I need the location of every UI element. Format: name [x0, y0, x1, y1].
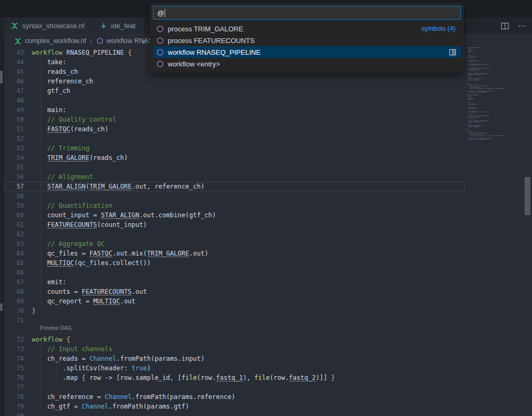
line-number[interactable]: 68: [4, 287, 32, 296]
code-line[interactable]: 67 emit:: [4, 277, 465, 287]
code-text: ch_reads = Channel.fromPath(params.input…: [32, 354, 204, 363]
quick-pick-item[interactable]: workflow RNASEQ_PIPELINE: [153, 46, 461, 58]
line-number[interactable]: 45: [4, 67, 32, 77]
line-number[interactable]: 70: [4, 306, 32, 316]
code-line[interactable]: 48: [4, 96, 465, 105]
line-number[interactable]: 73: [4, 344, 32, 354]
code-line[interactable]: 65 MULTIQC(qc_files.collect()): [4, 258, 465, 268]
code-line[interactable]: 49 main:: [4, 105, 465, 115]
minimap[interactable]: workflow RNASEQ_PIPELINE { take: reads_c…: [466, 47, 521, 190]
code-line[interactable]: 46 reference_ch: [4, 77, 465, 86]
code-line[interactable]: 52: [4, 134, 465, 143]
code-line[interactable]: 79 ch_gtf = Channel.fromPath(params.gtf): [4, 402, 465, 411]
code-line[interactable]: 70}: [4, 306, 465, 316]
line-number[interactable]: 61: [4, 220, 32, 230]
code-line[interactable]: 56 // Alignment: [4, 172, 465, 182]
code-line[interactable]: 61 FEATURECOUNTS(count_input): [4, 220, 465, 230]
code-line[interactable]: 77: [4, 383, 465, 392]
line-number[interactable]: 58: [4, 191, 32, 201]
open-to-side-icon[interactable]: [449, 48, 458, 56]
code-line[interactable]: 73 // Input channels: [4, 344, 465, 354]
tab-ide-features[interactable]: ide_feat: [93, 18, 144, 34]
line-number[interactable]: 79: [4, 402, 32, 411]
code-line[interactable]: 68 counts = FEATURECOUNTS.out: [4, 287, 465, 296]
quick-open-input[interactable]: @: [153, 6, 461, 20]
line-number[interactable]: 52: [4, 134, 32, 143]
breadcrumb-file[interactable]: complex_workflow.nf: [25, 37, 86, 45]
line-number[interactable]: 69: [4, 296, 32, 306]
line-number[interactable]: 72: [4, 335, 32, 344]
line-number[interactable]: 71: [4, 316, 32, 325]
line-number[interactable]: 49: [4, 105, 32, 115]
code-line[interactable]: 75 .splitCsv(header: true): [4, 363, 465, 373]
code-text: .splitCsv(header: true): [32, 363, 151, 373]
code-line[interactable]: 62: [4, 230, 465, 239]
line-number[interactable]: 64: [4, 249, 32, 258]
code-line[interactable]: 74 ch_reads = Channel.fromPath(params.in…: [4, 354, 465, 363]
line-number[interactable]: 67: [4, 277, 32, 287]
line-number[interactable]: 60: [4, 210, 32, 220]
code-line[interactable]: 58: [4, 191, 465, 201]
line-number[interactable]: 76: [4, 373, 32, 383]
line-number[interactable]: 47: [4, 86, 32, 96]
quick-pick-item[interactable]: process FEATURECOUNTS: [153, 35, 461, 46]
code-line[interactable]: 55: [4, 163, 465, 172]
line-number[interactable]: 59: [4, 201, 32, 210]
code-line[interactable]: 64 qc_files = FASTQC.out.mix(TRIM_GALORE…: [4, 249, 465, 258]
line-number[interactable]: 50: [4, 115, 32, 124]
codelens-link[interactable]: Preview DAG: [4, 325, 465, 335]
line-number[interactable]: 77: [4, 383, 32, 392]
code-text: qc_files = FASTQC.out.mix(TRIM_GALORE.ou…: [32, 249, 208, 258]
line-number[interactable]: 56: [4, 172, 32, 182]
code-line[interactable]: 69 qc_report = MULTIQC.out: [4, 296, 465, 306]
code-line[interactable]: 72workflow {: [4, 335, 465, 344]
code-line[interactable]: 71: [4, 316, 465, 325]
code-line[interactable]: 57 STAR_ALIGN(TRIM_GALORE.out, reference…: [4, 182, 465, 191]
quick-pick-item[interactable]: process TRIM_GALOREsymbols (4): [153, 23, 461, 35]
scrollbar[interactable]: [525, 177, 530, 215]
line-number[interactable]: 63: [4, 239, 32, 249]
line-number[interactable]: 62: [4, 230, 32, 239]
code-text: ch_gtf = Channel.fromPath(params.gtf): [32, 402, 189, 411]
line-number[interactable]: 66: [4, 268, 32, 277]
code-line[interactable]: 60 count_input = STAR_ALIGN.out.combine(…: [4, 210, 465, 220]
line-number[interactable]: 57: [4, 182, 32, 191]
more-actions-icon[interactable]: ⋯: [518, 21, 527, 31]
line-number[interactable]: 78: [4, 392, 32, 402]
line-number[interactable]: 80: [4, 411, 32, 416]
line-number[interactable]: 43: [4, 48, 32, 57]
tab-close-icon[interactable]: [141, 37, 148, 47]
tab-label: syntax_showcase.nf: [22, 22, 84, 30]
line-number[interactable]: 65: [4, 258, 32, 268]
code-line[interactable]: 76 .map { row -> [row.sample_id, [file(r…: [4, 373, 465, 383]
code-line[interactable]: 47 gtf_ch: [4, 86, 465, 96]
code-line[interactable]: 78 ch_reference = Channel.fromPath(param…: [4, 392, 465, 402]
code-line[interactable]: 53 // Trimming: [4, 143, 465, 153]
nextflow-file-icon: [14, 37, 22, 45]
minimap-content: workflow RNASEQ_PIPELINE { take: reads_c…: [466, 47, 521, 141]
line-number[interactable]: 54: [4, 153, 32, 163]
left-gutter-strip: [0, 34, 4, 416]
line-number[interactable]: 44: [4, 57, 32, 67]
line-number[interactable]: 46: [4, 77, 32, 86]
line-number[interactable]: 75: [4, 363, 32, 373]
code-line[interactable]: 59 // Quantification: [4, 201, 465, 210]
tab-syntax-showcase[interactable]: syntax_showcase.nf: [4, 18, 93, 34]
code-text: ch_reference = Channel.fromPath(params.r…: [32, 392, 235, 402]
code-line[interactable]: 63 // Aggregate QC: [4, 239, 465, 249]
code-line[interactable]: 51 FASTQC(reads_ch): [4, 124, 465, 134]
line-number[interactable]: 55: [4, 163, 32, 172]
code-line[interactable]: 80: [4, 411, 465, 416]
split-editor-icon[interactable]: [501, 22, 509, 30]
code-line[interactable]: 54 TRIM_GALORE(reads_ch): [4, 153, 465, 163]
code-text: take:: [32, 57, 66, 67]
line-number[interactable]: 53: [4, 143, 32, 153]
code-line[interactable]: 50 // Quality control: [4, 115, 465, 124]
code-line[interactable]: 66: [4, 268, 465, 277]
tab-label: ide_feat: [111, 22, 135, 30]
symbol-icon: [156, 60, 164, 68]
line-number[interactable]: 48: [4, 96, 32, 105]
quick-pick-item[interactable]: workflow <entry>: [153, 58, 461, 70]
line-number[interactable]: 74: [4, 354, 32, 363]
line-number[interactable]: 51: [4, 124, 32, 134]
